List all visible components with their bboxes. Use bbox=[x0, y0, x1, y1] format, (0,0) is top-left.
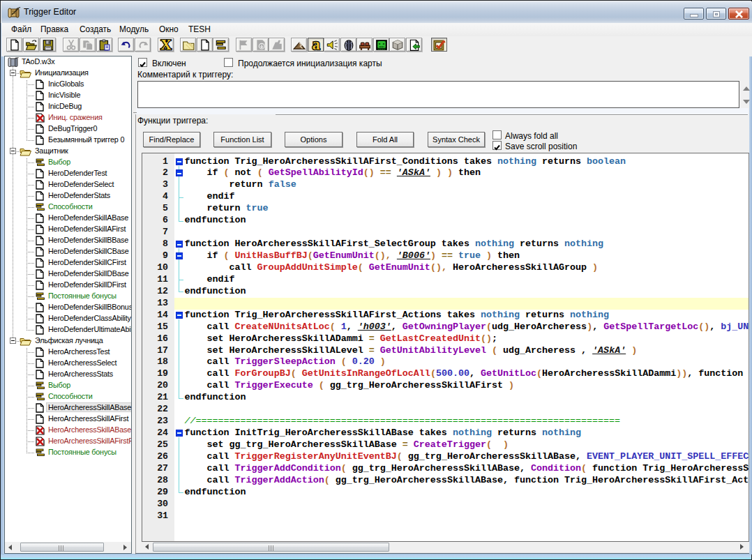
svg-text:X: X bbox=[160, 39, 172, 51]
svg-text:a: a bbox=[312, 39, 319, 51]
